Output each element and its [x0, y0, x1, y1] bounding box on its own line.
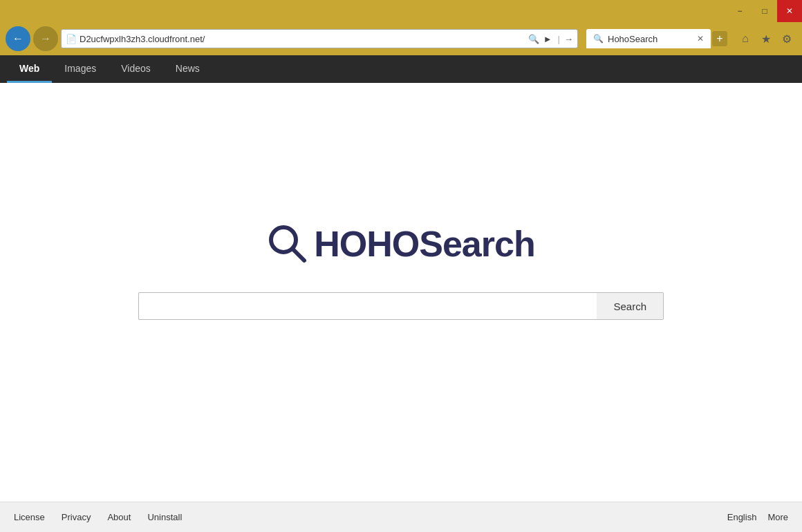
logo-icon	[267, 223, 308, 265]
footer-links: License Privacy About Uninstall	[14, 512, 182, 522]
tab-images[interactable]: Images	[52, 55, 109, 83]
search-input[interactable]	[138, 292, 597, 320]
window-controls: − □ ✕	[727, 0, 802, 22]
search-button[interactable]: Search	[597, 292, 664, 320]
tab-news[interactable]: News	[163, 55, 212, 83]
svg-line-1	[292, 249, 304, 260]
logo-text: HOHOSearch	[314, 223, 534, 265]
footer-right: English More	[727, 512, 788, 522]
footer-link-uninstall[interactable]: Uninstall	[147, 512, 182, 522]
content-tabs-bar: Web Images Videos News	[0, 55, 802, 83]
close-button[interactable]: ✕	[777, 0, 802, 22]
toolbar-icons: ⌂ ★ ⚙	[736, 29, 796, 48]
nav-bar: ← → 📄 🔍 ► | → 🔍 HohoSearch ✕ + ⌂ ★ ⚙	[0, 22, 802, 55]
address-input[interactable]	[80, 34, 525, 44]
home-button[interactable]: ⌂	[736, 29, 755, 48]
favorites-button[interactable]: ★	[756, 29, 776, 48]
tab-bar: 🔍 HohoSearch ✕ +	[586, 29, 727, 48]
main-content: HOHOSearch Search	[0, 83, 802, 502]
address-bar: 📄 🔍 ► | →	[61, 29, 578, 48]
address-separator: |	[558, 34, 560, 44]
browser-tab[interactable]: 🔍 HohoSearch ✕	[586, 29, 711, 48]
minimize-button[interactable]: −	[727, 0, 752, 22]
settings-button[interactable]: ⚙	[777, 29, 796, 48]
tab-label: HohoSearch	[608, 34, 658, 44]
address-arrow[interactable]: →	[564, 34, 573, 44]
forward-button[interactable]: →	[33, 26, 58, 51]
back-button[interactable]: ←	[6, 26, 30, 51]
logo-container: HOHOSearch	[267, 223, 534, 265]
search-container: Search	[138, 292, 664, 320]
address-go-button[interactable]: ►	[542, 34, 554, 44]
browser-window: − □ ✕ ← → 📄 🔍 ► | → 🔍 HohoSearch ✕ +	[0, 0, 802, 532]
tab-web[interactable]: Web	[7, 55, 52, 83]
tab-favicon-icon: 🔍	[593, 34, 604, 44]
tab-videos[interactable]: Videos	[109, 55, 163, 83]
title-bar: − □ ✕	[0, 0, 802, 22]
maximize-button[interactable]: □	[752, 0, 777, 22]
address-bar-icon: 📄	[66, 34, 77, 44]
tab-close-button[interactable]: ✕	[697, 34, 704, 44]
footer: License Privacy About Uninstall English …	[0, 502, 802, 532]
footer-link-license[interactable]: License	[14, 512, 45, 522]
footer-link-about[interactable]: About	[107, 512, 131, 522]
new-tab-icon: +	[716, 33, 722, 44]
footer-more-button[interactable]: More	[767, 512, 788, 522]
address-search-icon: 🔍	[528, 34, 539, 44]
new-tab-button[interactable]: +	[712, 31, 727, 46]
footer-link-privacy[interactable]: Privacy	[62, 512, 91, 522]
footer-language: English	[727, 512, 757, 522]
